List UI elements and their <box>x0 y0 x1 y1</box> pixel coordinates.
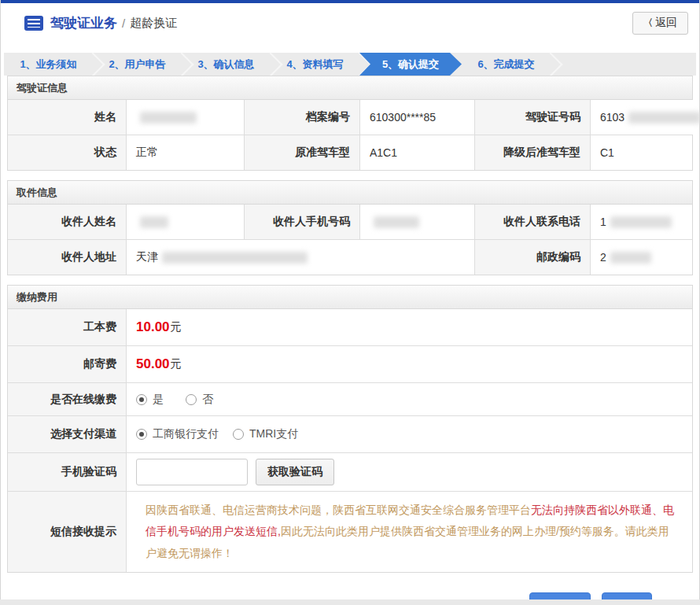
post-fee-amount: 50.00 <box>136 356 170 372</box>
post-fee-row: 邮寄费 50.00 元 <box>8 345 692 382</box>
post-fee-unit: 元 <box>171 357 182 371</box>
radio-checked-icon[interactable] <box>136 429 147 440</box>
license-row-1: 姓名 档案编号 610300****85 驾驶证号码 6103 <box>8 100 692 135</box>
captcha-row: 手机验证码 获取验证码 <box>8 452 692 491</box>
redacted-recipient-name <box>140 216 168 228</box>
radio-checked-icon[interactable] <box>136 394 147 405</box>
radio-unchecked-icon[interactable] <box>186 394 197 405</box>
recipient-mobile-value <box>359 205 474 239</box>
section-license-title: 驾驶证信息 <box>8 76 692 100</box>
redacted-recipient-phone <box>610 216 672 228</box>
pickup-row-1: 收件人姓名 收件人手机号码 收件人联系电话 1 <box>8 205 692 239</box>
online-pay-row: 是否在线缴费 是 否 <box>8 382 692 415</box>
sms-notice-label: 短信接收提示 <box>8 492 126 572</box>
page-subtitle: 超龄换证 <box>130 16 177 31</box>
redacted-name <box>140 112 197 124</box>
online-pay-yes-option[interactable]: 是 <box>136 393 164 407</box>
work-fee-amount: 10.00 <box>136 319 170 335</box>
section-license-info: 驾驶证信息 姓名 档案编号 610300****85 驾驶证号码 6103 状态… <box>7 76 693 171</box>
step-3-confirm-info: 3、确认信息 <box>182 53 271 76</box>
post-fee-value: 50.00 元 <box>126 346 692 382</box>
section-pickup-title: 取件信息 <box>8 181 692 205</box>
redacted-address <box>162 252 308 264</box>
post-fee-label: 邮寄费 <box>8 346 126 382</box>
recipient-phone-value: 1 <box>590 205 692 239</box>
pay-channel-row: 选择支付渠道 工商银行支付 TMRI支付 <box>8 415 692 452</box>
online-pay-options: 是 否 <box>126 383 692 415</box>
footer-actions: 上一步 完成 <box>1 582 699 599</box>
postcode-label: 邮政编码 <box>474 240 590 275</box>
page-header: 驾驶证业务 / 超龄换证 〈 返回 <box>1 3 699 42</box>
pay-channel-label: 选择支付渠道 <box>8 416 126 452</box>
online-pay-no-option[interactable]: 否 <box>186 393 213 407</box>
redacted-license-number <box>628 112 700 124</box>
address-label: 收件人地址 <box>8 240 126 275</box>
list-icon <box>24 16 43 31</box>
online-pay-label: 是否在线缴费 <box>8 383 126 415</box>
section-pickup-info: 取件信息 收件人姓名 收件人手机号码 收件人联系电话 1 收件人地址 天津 邮政… <box>7 180 693 275</box>
file-number-value: 610300****85 <box>359 100 474 135</box>
breadcrumb-separator: / <box>122 17 125 30</box>
channel-icbc-option[interactable]: 工商银行支付 <box>136 427 219 441</box>
name-value <box>126 100 244 135</box>
back-button-label: 返回 <box>655 16 677 30</box>
bottom-strip <box>0 599 700 605</box>
license-number-label: 驾驶证号码 <box>474 100 590 135</box>
channel-tmri-label: TMRI支付 <box>249 427 298 441</box>
license-number-prefix: 6103 <box>600 111 624 124</box>
address-value: 天津 <box>126 240 474 275</box>
sms-notice-seg1: 因陕西省联通、电信运营商技术问题，陕西省互联网交通安全综合服务管理平台 <box>146 504 531 516</box>
step-1-business-notice: 1、业务须知 <box>4 53 93 76</box>
section-fees-title: 缴纳费用 <box>8 286 692 309</box>
captcha-controls: 获取验证码 <box>126 453 692 491</box>
finish-button[interactable]: 完成 <box>602 592 652 599</box>
back-button[interactable]: 〈 返回 <box>632 12 688 35</box>
page-title: 驾驶证业务 <box>50 14 117 32</box>
postcode-value: 2 <box>590 240 692 275</box>
downgraded-class-label: 降级后准驾车型 <box>474 135 590 170</box>
license-row-2: 状态 正常 原准驾车型 A1C1 降级后准驾车型 C1 <box>8 135 692 170</box>
work-fee-label: 工本费 <box>8 309 126 345</box>
sms-notice-row: 短信接收提示 因陕西省联通、电信运营商技术问题，陕西省互联网交通安全综合服务管理… <box>8 491 692 572</box>
sms-notice-value: 因陕西省联通、电信运营商技术问题，陕西省互联网交通安全综合服务管理平台无法向持陕… <box>126 492 692 572</box>
postcode-prefix: 2 <box>600 251 606 264</box>
captcha-input[interactable] <box>136 459 248 485</box>
name-label: 姓名 <box>8 100 126 135</box>
recipient-name-label: 收件人姓名 <box>8 205 126 239</box>
online-pay-yes-label: 是 <box>153 393 164 407</box>
status-value: 正常 <box>126 135 244 170</box>
channel-icbc-label: 工商银行支付 <box>153 427 219 441</box>
step-4-fill-materials: 4、资料填写 <box>271 53 359 76</box>
radio-unchecked-icon[interactable] <box>233 429 244 440</box>
previous-step-button[interactable]: 上一步 <box>529 592 591 599</box>
pay-channel-options: 工商银行支付 TMRI支付 <box>126 416 692 452</box>
sms-notice-text: 因陕西省联通、电信运营商技术问题，陕西省互联网交通安全综合服务管理平台无法向持陕… <box>136 492 692 572</box>
recipient-phone-prefix: 1 <box>600 216 606 228</box>
captcha-label: 手机验证码 <box>8 453 126 491</box>
step-wizard-filler <box>551 53 696 76</box>
online-pay-no-label: 否 <box>202 393 213 407</box>
redacted-recipient-mobile <box>374 216 419 228</box>
get-captcha-button[interactable]: 获取验证码 <box>256 459 334 485</box>
work-fee-unit: 元 <box>171 320 182 334</box>
step-2-user-declaration: 2、用户申告 <box>93 53 182 76</box>
license-number-value: 6103 <box>590 100 700 135</box>
step-6-complete-submit: 6、完成提交 <box>462 53 551 76</box>
original-class-value: A1C1 <box>359 135 474 170</box>
step-5-confirm-submit-active: 5、确认提交 <box>359 53 462 76</box>
step-wizard: 1、业务须知 2、用户申告 3、确认信息 4、资料填写 5、确认提交 6、完成提… <box>4 53 696 76</box>
back-chevron-icon: 〈 <box>643 17 653 30</box>
address-prefix: 天津 <box>136 250 158 264</box>
work-fee-value: 10.00 元 <box>126 309 692 345</box>
recipient-name-value <box>126 205 244 239</box>
file-number-label: 档案编号 <box>244 100 359 135</box>
recipient-mobile-label: 收件人手机号码 <box>244 205 359 239</box>
pickup-row-2: 收件人地址 天津 邮政编码 2 <box>8 239 692 275</box>
page-container: 驾驶证业务 / 超龄换证 〈 返回 1、业务须知 2、用户申告 3、确认信息 4… <box>0 0 700 599</box>
work-fee-row: 工本费 10.00 元 <box>8 309 692 345</box>
channel-tmri-option[interactable]: TMRI支付 <box>233 427 298 441</box>
original-class-label: 原准驾车型 <box>244 135 359 170</box>
status-label: 状态 <box>8 135 126 170</box>
section-fees: 缴纳费用 工本费 10.00 元 邮寄费 50.00 元 是否在线缴费 是 <box>7 285 693 573</box>
downgraded-class-value: C1 <box>590 135 692 170</box>
